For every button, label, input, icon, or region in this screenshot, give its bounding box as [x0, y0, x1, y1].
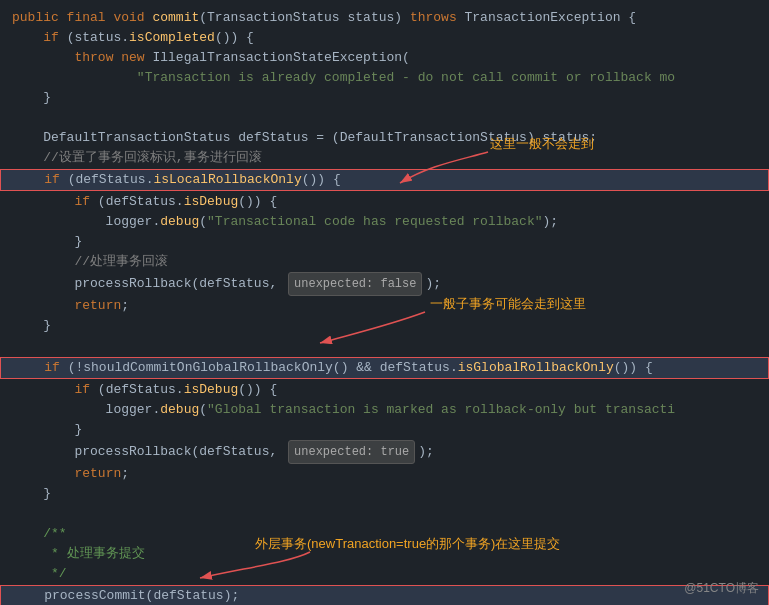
code-text: DefaultTransactionStatus defStatus = (De…: [12, 128, 597, 148]
function-name: debug: [160, 400, 199, 420]
keyword: throws: [410, 8, 465, 28]
code-text: );: [418, 442, 434, 462]
code-text: [12, 296, 74, 316]
code-text: ()) {: [302, 170, 341, 190]
code-text: ()) {: [215, 28, 254, 48]
keyword: return: [74, 296, 121, 316]
code-line: //处理事务回滚: [0, 252, 769, 272]
javadoc: */: [12, 564, 67, 584]
code-line: return;: [0, 464, 769, 484]
code-line-highlighted3: processCommit(defStatus);: [0, 585, 769, 605]
unexpected-popup: unexpected: false: [288, 272, 422, 296]
string-literal: "Transactional code has requested rollba…: [207, 212, 542, 232]
code-line: }: [0, 316, 769, 336]
keyword: if: [74, 192, 90, 212]
function-name: isDebug: [184, 192, 239, 212]
code-text: ;: [121, 296, 129, 316]
code-line: return;: [0, 296, 769, 316]
code-text: (status.: [59, 28, 129, 48]
code-text: ()) {: [238, 380, 277, 400]
code-text: );: [543, 212, 559, 232]
code-text: (TransactionStatus status): [199, 8, 410, 28]
code-text: (!shouldCommitOnGlobalRollbackOnly() && …: [60, 358, 458, 378]
code-text: processRollback(defStatus,: [12, 274, 285, 294]
code-text: [12, 380, 74, 400]
code-text: [12, 28, 43, 48]
code-text: }: [12, 420, 82, 440]
code-text: [12, 192, 74, 212]
code-line-highlighted2: if (!shouldCommitOnGlobalRollbackOnly() …: [0, 357, 769, 379]
function-name: isCompleted: [129, 28, 215, 48]
code-text: ()) {: [614, 358, 653, 378]
code-text: processRollback(defStatus,: [12, 442, 285, 462]
watermark: @51CTO博客: [684, 580, 759, 597]
code-line: processRollback(defStatus, unexpected: t…: [0, 440, 769, 464]
code-text: (: [199, 212, 207, 232]
code-line: DefaultTransactionStatus defStatus = (De…: [0, 128, 769, 148]
keyword: if: [44, 358, 60, 378]
code-text: [12, 464, 74, 484]
keyword: final: [67, 8, 114, 28]
function-name: isGlobalRollbackOnly: [458, 358, 614, 378]
string-literal: "Global transaction is marked as rollbac…: [207, 400, 675, 420]
code-text: }: [12, 484, 51, 504]
code-text: );: [425, 274, 441, 294]
code-line: "Transaction is already completed - do n…: [0, 68, 769, 88]
code-line: logger.debug("Transactional code has req…: [0, 212, 769, 232]
function-name: debug: [160, 212, 199, 232]
code-text: processCommit(defStatus);: [13, 586, 239, 605]
code-text: ()) {: [238, 192, 277, 212]
function-name: isLocalRollbackOnly: [153, 170, 301, 190]
code-text: }: [12, 88, 51, 108]
comment: //处理事务回滚: [12, 252, 168, 272]
keyword: new: [121, 48, 152, 68]
code-line: }: [0, 484, 769, 504]
code-text: }: [12, 316, 51, 336]
code-text: (defStatus.: [60, 170, 154, 190]
code-text: (defStatus.: [90, 192, 184, 212]
code-line: */: [0, 564, 769, 584]
code-line: if (defStatus.isDebug()) {: [0, 380, 769, 400]
function-name: commit: [152, 8, 199, 28]
javadoc: * 处理事务提交: [12, 544, 145, 564]
code-line: logger.debug("Global transaction is mark…: [0, 400, 769, 420]
code-line: }: [0, 232, 769, 252]
code-line: /**: [0, 524, 769, 544]
code-line: * 处理事务提交: [0, 544, 769, 564]
code-text: TransactionException {: [465, 8, 637, 28]
keyword: if: [43, 28, 59, 48]
code-line: [0, 336, 769, 356]
code-text: IllegalTransactionStateException(: [152, 48, 409, 68]
code-line-highlighted: if (defStatus.isLocalRollbackOnly()) {: [0, 169, 769, 191]
code-line: [0, 108, 769, 128]
keyword: public: [12, 8, 67, 28]
code-line: [0, 504, 769, 524]
function-name: isDebug: [184, 380, 239, 400]
code-text: logger.: [12, 400, 160, 420]
code-line: //设置了事务回滚标识,事务进行回滚: [0, 148, 769, 168]
unexpected-popup2: unexpected: true: [288, 440, 415, 464]
code-text: [13, 358, 44, 378]
code-text: ;: [121, 464, 129, 484]
code-line: if (defStatus.isDebug()) {: [0, 192, 769, 212]
string-literal: "Transaction is already completed - do n…: [137, 68, 675, 88]
keyword: return: [74, 464, 121, 484]
code-text: logger.: [12, 212, 160, 232]
code-line: if (status.isCompleted()) {: [0, 28, 769, 48]
code-container: public final void commit(TransactionStat…: [0, 0, 769, 605]
code-line: public final void commit(TransactionStat…: [0, 8, 769, 28]
code-line: }: [0, 420, 769, 440]
code-text: [12, 68, 137, 88]
comment: //设置了事务回滚标识,事务进行回滚: [12, 148, 262, 168]
javadoc: /**: [12, 524, 67, 544]
code-line: }: [0, 88, 769, 108]
code-text: }: [12, 232, 82, 252]
code-text: [13, 170, 44, 190]
code-text: (: [199, 400, 207, 420]
code-line: processRollback(defStatus, unexpected: f…: [0, 272, 769, 296]
code-line: throw new IllegalTransactionStateExcepti…: [0, 48, 769, 68]
keyword: if: [74, 380, 90, 400]
keyword: void: [113, 8, 152, 28]
keyword: throw: [74, 48, 121, 68]
code-text: [12, 48, 74, 68]
